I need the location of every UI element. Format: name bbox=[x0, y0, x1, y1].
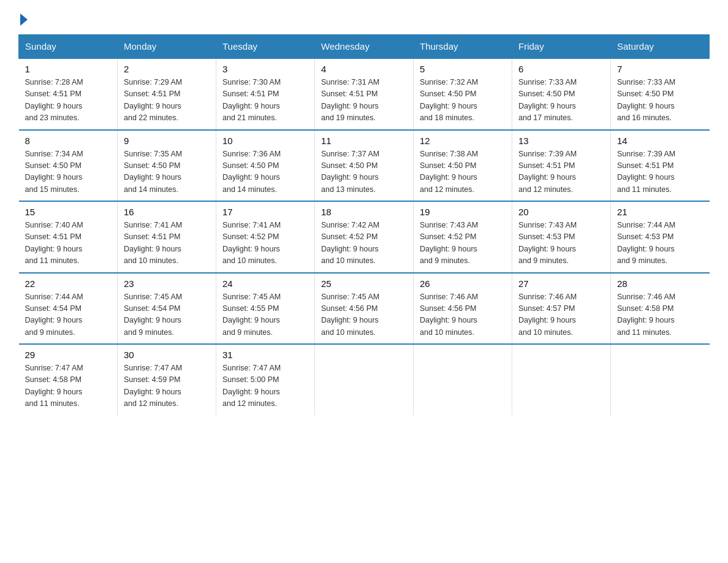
day-cell bbox=[611, 344, 710, 415]
day-number: 6 bbox=[518, 64, 604, 74]
day-number: 12 bbox=[420, 136, 506, 146]
day-cell: 18 Sunrise: 7:42 AM Sunset: 4:52 PM Dayl… bbox=[315, 201, 414, 273]
day-number: 31 bbox=[222, 350, 308, 360]
day-info: Sunrise: 7:32 AM Sunset: 4:50 PM Dayligh… bbox=[420, 77, 506, 124]
day-number: 30 bbox=[124, 350, 210, 360]
day-cell: 22 Sunrise: 7:44 AM Sunset: 4:54 PM Dayl… bbox=[19, 273, 118, 345]
day-cell: 25 Sunrise: 7:45 AM Sunset: 4:56 PM Dayl… bbox=[315, 273, 414, 345]
calendar-body: 1 Sunrise: 7:28 AM Sunset: 4:51 PM Dayli… bbox=[19, 58, 710, 415]
day-number: 7 bbox=[617, 64, 703, 74]
day-info: Sunrise: 7:45 AM Sunset: 4:54 PM Dayligh… bbox=[124, 291, 210, 339]
day-cell: 10 Sunrise: 7:36 AM Sunset: 4:50 PM Dayl… bbox=[216, 130, 315, 202]
day-info: Sunrise: 7:33 AM Sunset: 4:50 PM Dayligh… bbox=[617, 77, 703, 124]
day-cell: 9 Sunrise: 7:35 AM Sunset: 4:50 PM Dayli… bbox=[118, 130, 216, 202]
day-info: Sunrise: 7:45 AM Sunset: 4:55 PM Dayligh… bbox=[222, 291, 308, 339]
week-row-1: 1 Sunrise: 7:28 AM Sunset: 4:51 PM Dayli… bbox=[19, 58, 710, 130]
day-cell bbox=[414, 344, 512, 415]
day-number: 10 bbox=[222, 136, 308, 146]
day-cell: 16 Sunrise: 7:41 AM Sunset: 4:51 PM Dayl… bbox=[118, 201, 216, 273]
header-cell-monday: Monday bbox=[118, 35, 216, 59]
day-number: 18 bbox=[321, 207, 407, 217]
week-row-4: 22 Sunrise: 7:44 AM Sunset: 4:54 PM Dayl… bbox=[19, 273, 710, 345]
day-number: 20 bbox=[518, 207, 604, 217]
day-number: 4 bbox=[321, 64, 407, 74]
day-cell: 3 Sunrise: 7:30 AM Sunset: 4:51 PM Dayli… bbox=[216, 58, 315, 130]
day-info: Sunrise: 7:41 AM Sunset: 4:52 PM Dayligh… bbox=[222, 220, 308, 267]
logo-arrow-icon bbox=[20, 13, 28, 26]
day-cell bbox=[512, 344, 611, 415]
header-cell-sunday: Sunday bbox=[19, 35, 118, 59]
calendar-table: SundayMondayTuesdayWednesdayThursdayFrid… bbox=[18, 34, 710, 415]
day-info: Sunrise: 7:33 AM Sunset: 4:50 PM Dayligh… bbox=[518, 77, 604, 124]
day-info: Sunrise: 7:43 AM Sunset: 4:52 PM Dayligh… bbox=[420, 220, 506, 267]
week-row-3: 15 Sunrise: 7:40 AM Sunset: 4:51 PM Dayl… bbox=[19, 201, 710, 273]
day-number: 19 bbox=[420, 207, 506, 217]
day-cell: 27 Sunrise: 7:46 AM Sunset: 4:57 PM Dayl… bbox=[512, 273, 611, 345]
day-cell: 20 Sunrise: 7:43 AM Sunset: 4:53 PM Dayl… bbox=[512, 201, 611, 273]
day-info: Sunrise: 7:29 AM Sunset: 4:51 PM Dayligh… bbox=[124, 77, 210, 124]
day-number: 15 bbox=[25, 207, 112, 217]
day-info: Sunrise: 7:30 AM Sunset: 4:51 PM Dayligh… bbox=[222, 77, 308, 124]
day-number: 5 bbox=[420, 64, 506, 74]
day-cell: 30 Sunrise: 7:47 AM Sunset: 4:59 PM Dayl… bbox=[118, 344, 216, 415]
day-number: 17 bbox=[222, 207, 308, 217]
day-info: Sunrise: 7:46 AM Sunset: 4:56 PM Dayligh… bbox=[420, 291, 506, 339]
week-row-2: 8 Sunrise: 7:34 AM Sunset: 4:50 PM Dayli… bbox=[19, 130, 710, 202]
day-number: 26 bbox=[420, 278, 506, 289]
day-info: Sunrise: 7:47 AM Sunset: 4:59 PM Dayligh… bbox=[124, 362, 210, 410]
day-number: 29 bbox=[25, 350, 112, 360]
day-info: Sunrise: 7:47 AM Sunset: 5:00 PM Dayligh… bbox=[222, 362, 308, 410]
day-cell: 17 Sunrise: 7:41 AM Sunset: 4:52 PM Dayl… bbox=[216, 201, 315, 273]
day-info: Sunrise: 7:46 AM Sunset: 4:58 PM Dayligh… bbox=[617, 291, 703, 339]
day-cell: 13 Sunrise: 7:39 AM Sunset: 4:51 PM Dayl… bbox=[512, 130, 611, 202]
header-cell-saturday: Saturday bbox=[611, 35, 710, 59]
day-cell: 8 Sunrise: 7:34 AM Sunset: 4:50 PM Dayli… bbox=[19, 130, 118, 202]
day-number: 2 bbox=[124, 64, 210, 74]
day-cell: 28 Sunrise: 7:46 AM Sunset: 4:58 PM Dayl… bbox=[611, 273, 710, 345]
day-number: 24 bbox=[222, 278, 308, 289]
day-info: Sunrise: 7:42 AM Sunset: 4:52 PM Dayligh… bbox=[321, 220, 407, 267]
header-cell-tuesday: Tuesday bbox=[216, 35, 315, 59]
day-number: 11 bbox=[321, 136, 407, 146]
day-number: 22 bbox=[25, 278, 112, 289]
day-number: 13 bbox=[518, 136, 604, 146]
day-number: 21 bbox=[617, 207, 703, 217]
header-cell-wednesday: Wednesday bbox=[315, 35, 414, 59]
day-info: Sunrise: 7:41 AM Sunset: 4:51 PM Dayligh… bbox=[124, 220, 210, 267]
calendar-header: SundayMondayTuesdayWednesdayThursdayFrid… bbox=[19, 35, 710, 59]
day-info: Sunrise: 7:39 AM Sunset: 4:51 PM Dayligh… bbox=[518, 148, 604, 196]
day-cell: 26 Sunrise: 7:46 AM Sunset: 4:56 PM Dayl… bbox=[414, 273, 512, 345]
day-cell: 15 Sunrise: 7:40 AM Sunset: 4:51 PM Dayl… bbox=[19, 201, 118, 273]
day-cell: 12 Sunrise: 7:38 AM Sunset: 4:50 PM Dayl… bbox=[414, 130, 512, 202]
header-row: SundayMondayTuesdayWednesdayThursdayFrid… bbox=[19, 35, 710, 59]
day-info: Sunrise: 7:28 AM Sunset: 4:51 PM Dayligh… bbox=[25, 77, 112, 124]
day-cell: 6 Sunrise: 7:33 AM Sunset: 4:50 PM Dayli… bbox=[512, 58, 611, 130]
day-info: Sunrise: 7:35 AM Sunset: 4:50 PM Dayligh… bbox=[124, 148, 210, 196]
day-cell: 24 Sunrise: 7:45 AM Sunset: 4:55 PM Dayl… bbox=[216, 273, 315, 345]
page-header bbox=[18, 12, 710, 23]
day-number: 28 bbox=[617, 278, 703, 289]
day-number: 8 bbox=[25, 136, 112, 146]
day-number: 23 bbox=[124, 278, 210, 289]
day-info: Sunrise: 7:44 AM Sunset: 4:53 PM Dayligh… bbox=[617, 220, 703, 267]
day-info: Sunrise: 7:44 AM Sunset: 4:54 PM Dayligh… bbox=[25, 291, 112, 339]
day-cell: 2 Sunrise: 7:29 AM Sunset: 4:51 PM Dayli… bbox=[118, 58, 216, 130]
day-cell: 23 Sunrise: 7:45 AM Sunset: 4:54 PM Dayl… bbox=[118, 273, 216, 345]
day-cell: 29 Sunrise: 7:47 AM Sunset: 4:58 PM Dayl… bbox=[19, 344, 118, 415]
day-number: 1 bbox=[25, 64, 112, 74]
day-info: Sunrise: 7:45 AM Sunset: 4:56 PM Dayligh… bbox=[321, 291, 407, 339]
day-cell: 1 Sunrise: 7:28 AM Sunset: 4:51 PM Dayli… bbox=[19, 58, 118, 130]
logo bbox=[18, 12, 28, 23]
day-info: Sunrise: 7:39 AM Sunset: 4:51 PM Dayligh… bbox=[617, 148, 703, 196]
day-info: Sunrise: 7:31 AM Sunset: 4:51 PM Dayligh… bbox=[321, 77, 407, 124]
header-cell-thursday: Thursday bbox=[414, 35, 512, 59]
day-number: 9 bbox=[124, 136, 210, 146]
day-cell: 31 Sunrise: 7:47 AM Sunset: 5:00 PM Dayl… bbox=[216, 344, 315, 415]
day-cell: 14 Sunrise: 7:39 AM Sunset: 4:51 PM Dayl… bbox=[611, 130, 710, 202]
day-number: 25 bbox=[321, 278, 407, 289]
day-info: Sunrise: 7:40 AM Sunset: 4:51 PM Dayligh… bbox=[25, 220, 112, 267]
day-info: Sunrise: 7:46 AM Sunset: 4:57 PM Dayligh… bbox=[518, 291, 604, 339]
day-info: Sunrise: 7:34 AM Sunset: 4:50 PM Dayligh… bbox=[25, 148, 112, 196]
header-cell-friday: Friday bbox=[512, 35, 611, 59]
day-cell: 5 Sunrise: 7:32 AM Sunset: 4:50 PM Dayli… bbox=[414, 58, 512, 130]
